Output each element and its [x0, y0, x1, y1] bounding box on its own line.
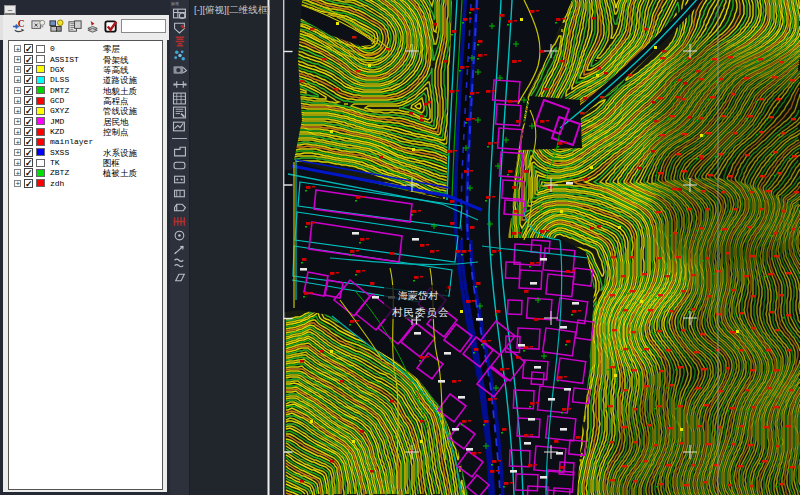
- svg-text:C: C: [18, 19, 25, 29]
- svg-text:海蒙岱村: 海蒙岱村: [398, 290, 439, 301]
- svg-text:村民委员会: 村民委员会: [392, 306, 450, 318]
